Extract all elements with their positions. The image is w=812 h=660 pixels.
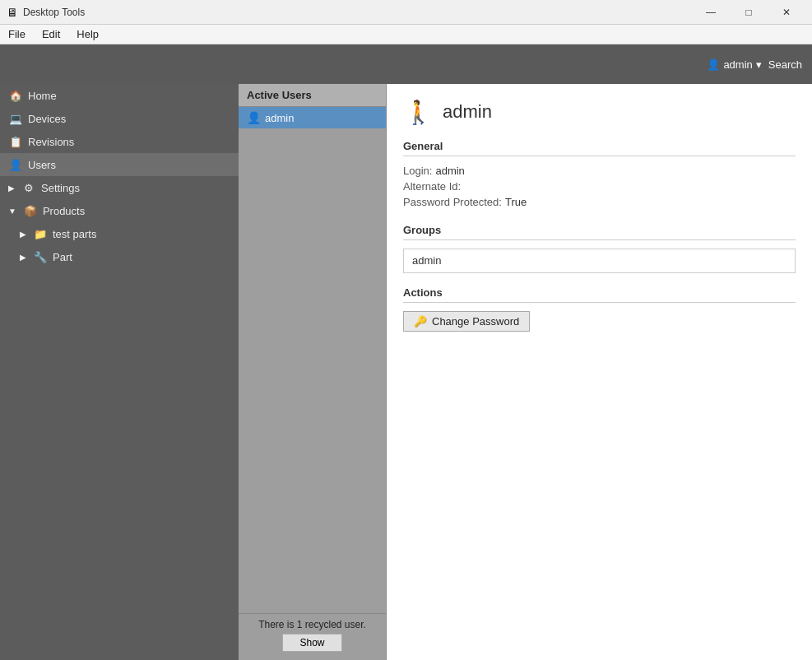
sidebar: 🏠 Home 💻 Devices 📋 Revisions 👤 Users ▶ ⚙… xyxy=(0,84,239,660)
users-list: 👤 admin xyxy=(239,107,386,613)
menu-help[interactable]: Help xyxy=(68,26,107,42)
titlebar: 🖥 Desktop Tools — □ ✕ xyxy=(0,0,812,25)
minimize-button[interactable]: — xyxy=(692,0,730,25)
detail-username: admin xyxy=(443,101,492,123)
users-footer: There is 1 recycled user. Show xyxy=(239,613,386,660)
change-password-icon: 🔑 xyxy=(414,315,427,328)
settings-expand-arrow: ▶ xyxy=(8,184,15,193)
groups-section-title: Groups xyxy=(403,224,796,236)
menubar: File Edit Help xyxy=(0,25,812,44)
menu-edit[interactable]: Edit xyxy=(34,26,68,42)
test-parts-icon: 📁 xyxy=(33,226,48,241)
users-icon: 👤 xyxy=(8,157,23,172)
user-row-icon: 👤 xyxy=(247,111,260,124)
login-value: admin xyxy=(435,165,464,177)
titlebar-left: 🖥 Desktop Tools xyxy=(7,6,85,19)
detail-header: 🚶 admin xyxy=(403,97,796,127)
sidebar-item-part[interactable]: ▶ 🔧 Part xyxy=(0,245,239,268)
toolbar-user[interactable]: 👤 admin ▾ xyxy=(707,58,761,71)
users-panel-header: Active Users xyxy=(239,84,386,107)
user-row-label: admin xyxy=(265,112,294,124)
sidebar-item-revisions[interactable]: 📋 Revisions xyxy=(0,130,239,153)
actions-section: Actions 🔑 Change Password xyxy=(403,286,796,332)
sidebar-label-devices: Devices xyxy=(28,113,66,125)
groups-divider xyxy=(403,239,796,240)
close-button[interactable]: ✕ xyxy=(768,0,805,25)
groups-section: Groups admin xyxy=(403,224,796,273)
sidebar-item-products[interactable]: ▼ 📦 Products xyxy=(0,199,239,222)
change-password-label: Change Password xyxy=(432,315,519,328)
password-protected-label: Password Protected: xyxy=(403,196,502,208)
devices-icon: 💻 xyxy=(8,111,23,126)
sidebar-label-test-parts: test parts xyxy=(53,228,96,240)
main-layout: 🏠 Home 💻 Devices 📋 Revisions 👤 Users ▶ ⚙… xyxy=(0,84,812,660)
sidebar-label-users: Users xyxy=(28,159,56,171)
products-icon: 📦 xyxy=(23,203,38,218)
part-icon: 🔧 xyxy=(33,249,48,264)
sidebar-item-users[interactable]: 👤 Users xyxy=(0,153,239,176)
settings-icon: ⚙ xyxy=(21,180,36,195)
sidebar-item-devices[interactable]: 💻 Devices xyxy=(0,107,239,130)
sidebar-item-settings[interactable]: ▶ ⚙ Settings xyxy=(0,176,239,199)
toolbar-user-icon: 👤 xyxy=(707,58,720,71)
toolbar-user-dropdown-icon: ▾ xyxy=(756,58,762,71)
general-section: General Login: admin Alternate Id: Passw… xyxy=(403,140,796,208)
show-button[interactable]: Show xyxy=(282,634,341,652)
general-divider xyxy=(403,156,796,156)
toolbar: 👤 admin ▾ Search xyxy=(0,44,812,84)
actions-section-title: Actions xyxy=(403,286,796,299)
sidebar-label-products: Products xyxy=(43,205,85,217)
detail-user-icon: 🚶 xyxy=(403,97,433,127)
general-section-title: General xyxy=(403,140,796,152)
home-icon: 🏠 xyxy=(8,88,23,103)
app-icon: 🖥 xyxy=(7,6,18,19)
password-protected-value: True xyxy=(505,196,527,208)
alternate-id-row: Alternate Id: xyxy=(403,180,796,193)
sidebar-label-revisions: Revisions xyxy=(28,136,74,148)
app-title: Desktop Tools xyxy=(23,7,85,18)
test-parts-expand-arrow: ▶ xyxy=(20,230,26,239)
toolbar-search[interactable]: Search xyxy=(768,58,802,71)
toolbar-user-label: admin xyxy=(723,58,752,71)
actions-divider xyxy=(403,302,796,303)
sidebar-label-home: Home xyxy=(28,90,57,102)
password-protected-row: Password Protected: True xyxy=(403,196,796,208)
products-expand-arrow: ▼ xyxy=(8,207,16,216)
sidebar-item-home[interactable]: 🏠 Home xyxy=(0,84,239,107)
titlebar-controls: — □ ✕ xyxy=(692,0,805,25)
part-expand-arrow: ▶ xyxy=(20,253,26,262)
detail-panel: 🚶 admin General Login: admin Alternate I… xyxy=(387,84,812,660)
alternate-id-label: Alternate Id: xyxy=(403,180,461,193)
recycled-user-text: There is 1 recycled user. xyxy=(258,619,366,630)
sidebar-label-part: Part xyxy=(53,251,72,263)
change-password-button[interactable]: 🔑 Change Password xyxy=(403,311,530,332)
login-label: Login: xyxy=(403,165,432,177)
sidebar-label-settings: Settings xyxy=(41,182,80,194)
login-row: Login: admin xyxy=(403,165,796,177)
groups-value: admin xyxy=(403,249,796,273)
revisions-icon: 📋 xyxy=(8,134,23,149)
sidebar-item-test-parts[interactable]: ▶ 📁 test parts xyxy=(0,222,239,245)
users-panel: Active Users 👤 admin There is 1 recycled… xyxy=(239,84,387,660)
menu-file[interactable]: File xyxy=(0,26,34,42)
maximize-button[interactable]: □ xyxy=(730,0,768,25)
user-row-admin[interactable]: 👤 admin xyxy=(239,107,386,128)
